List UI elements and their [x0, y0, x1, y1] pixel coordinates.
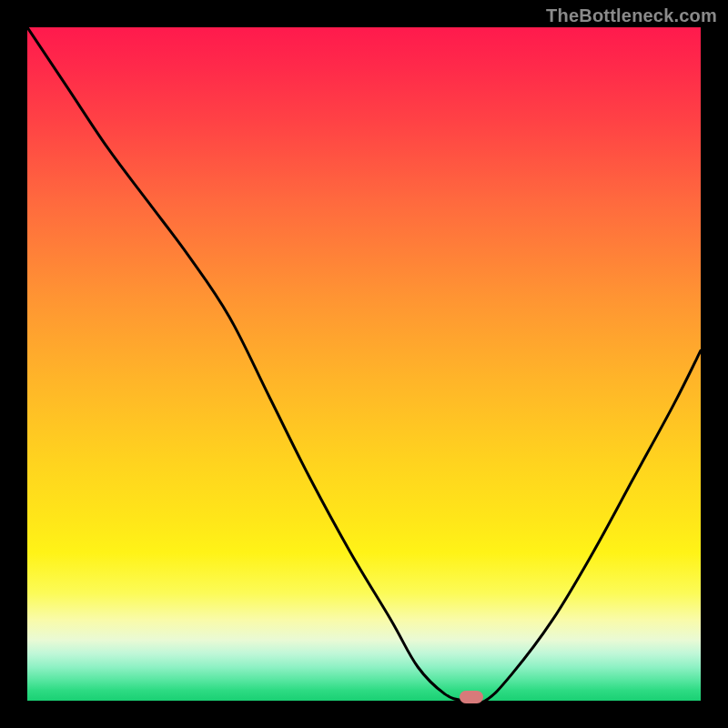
watermark-text: TheBottleneck.com	[546, 5, 717, 26]
bottleneck-curve	[27, 27, 701, 701]
chart-frame: TheBottleneck.com	[0, 0, 728, 728]
optimal-point-marker	[460, 691, 483, 703]
plot-area	[27, 27, 701, 701]
